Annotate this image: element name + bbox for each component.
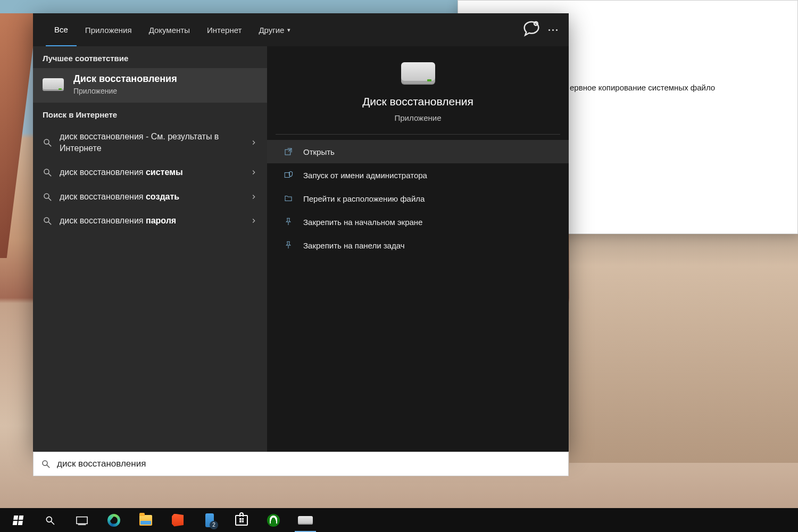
svg-point-11	[43, 461, 47, 466]
web-result-text: диск восстановления создать	[60, 191, 243, 203]
tab-label: Интернет	[207, 26, 242, 35]
best-match-heading: Лучшее соответствие	[33, 46, 267, 68]
action-pin-to-start[interactable]: Закрепить на начальном экране	[267, 210, 569, 234]
tab-label: Приложения	[85, 26, 132, 35]
action-run-as-admin[interactable]: Запуск от имени администратора	[267, 163, 569, 187]
taskbar-search-button[interactable]	[34, 508, 66, 532]
microsoft-store-icon	[235, 515, 248, 526]
task-view-icon	[76, 514, 88, 526]
chevron-right-icon	[250, 193, 257, 201]
action-open[interactable]: Открыть	[267, 140, 569, 163]
preview-pane: Диск восстановления Приложение Открыть З…	[267, 46, 569, 452]
background-window-text: ервное копирование системных файло	[570, 83, 715, 92]
preview-hero: Диск восстановления Приложение	[267, 62, 569, 134]
search-icon	[43, 192, 52, 202]
feedback-icon[interactable]	[521, 19, 542, 40]
tab-label: Документы	[149, 26, 190, 35]
windows-logo-icon	[13, 516, 24, 525]
office-icon	[172, 514, 184, 527]
task-view-button[interactable]	[66, 508, 98, 532]
your-phone-icon: 2	[205, 513, 214, 527]
action-open-file-location[interactable]: Перейти к расположению файла	[267, 187, 569, 210]
drive-icon	[401, 62, 435, 84]
web-result-text: диск восстановления - См. результаты в И…	[60, 131, 243, 154]
preview-subtitle: Приложение	[395, 113, 442, 122]
web-results-heading: Поиск в Интернете	[33, 103, 267, 124]
start-button[interactable]	[2, 508, 34, 532]
tab-web[interactable]: Интернет	[198, 13, 250, 46]
search-tabs: Все Приложения Документы Интернет Другие…	[33, 13, 569, 46]
taskbar: 2	[0, 508, 798, 532]
search-icon	[43, 168, 52, 177]
action-label: Закрепить на начальном экране	[303, 218, 422, 227]
chevron-down-icon: ▾	[287, 27, 290, 34]
edge-icon	[107, 514, 120, 527]
taskbar-app-edge[interactable]	[98, 508, 130, 532]
tab-more[interactable]: Другие ▾	[250, 13, 299, 46]
tab-all[interactable]: Все	[46, 13, 77, 46]
tab-label: Другие	[259, 26, 284, 35]
search-flyout: Все Приложения Документы Интернет Другие…	[33, 13, 569, 452]
web-result[interactable]: диск восстановления - См. результаты в И…	[33, 124, 267, 160]
taskbar-app-explorer[interactable]	[130, 508, 162, 532]
results-pane: Лучшее соответствие Диск восстановления …	[33, 46, 267, 452]
action-pin-to-taskbar[interactable]: Закрепить на панели задач	[267, 234, 569, 257]
tab-label: Все	[54, 25, 68, 34]
web-result-text: диск восстановления пароля	[60, 215, 243, 227]
chevron-right-icon	[250, 139, 257, 146]
search-icon	[43, 138, 52, 147]
taskbar-app-xbox[interactable]	[257, 508, 289, 532]
more-options-icon[interactable]	[542, 19, 563, 40]
web-result-text: диск восстановления системы	[60, 167, 243, 178]
svg-point-5	[44, 194, 49, 198]
search-box[interactable]	[33, 452, 569, 476]
web-result[interactable]: диск восстановления создать	[33, 185, 267, 209]
preview-title: Диск восстановления	[362, 95, 473, 108]
search-icon	[45, 515, 55, 526]
chevron-right-icon	[250, 169, 257, 176]
svg-point-1	[44, 139, 49, 144]
svg-line-12	[47, 465, 49, 468]
tab-apps[interactable]: Приложения	[77, 13, 140, 46]
best-match-title: Диск восстановления	[73, 73, 177, 85]
action-label: Закрепить на панели задач	[303, 241, 405, 250]
tab-documents[interactable]: Документы	[140, 13, 198, 46]
svg-point-7	[44, 218, 49, 222]
svg-line-4	[48, 173, 51, 176]
divider	[276, 134, 560, 135]
taskbar-app-store[interactable]	[226, 508, 257, 532]
svg-point-3	[44, 169, 49, 174]
taskbar-app-office[interactable]	[162, 508, 194, 532]
xbox-icon	[267, 514, 280, 527]
svg-rect-10	[285, 173, 289, 178]
pin-icon	[283, 240, 294, 251]
search-icon	[43, 216, 52, 226]
taskbar-app-recovery-drive[interactable]	[289, 508, 321, 532]
shield-icon	[283, 170, 294, 180]
chevron-right-icon	[250, 217, 257, 225]
action-label: Запуск от имени администратора	[303, 171, 427, 180]
taskbar-app-phone[interactable]: 2	[194, 508, 226, 532]
best-match-subtitle: Приложение	[73, 87, 177, 95]
drive-icon	[43, 78, 64, 91]
svg-line-2	[48, 144, 51, 146]
svg-line-14	[52, 521, 54, 524]
search-input[interactable]	[57, 459, 561, 469]
action-label: Перейти к расположению файла	[303, 194, 425, 203]
svg-line-8	[48, 222, 51, 225]
folder-icon	[283, 193, 294, 204]
web-result[interactable]: диск восстановления пароля	[33, 209, 267, 233]
action-label: Открыть	[303, 147, 335, 156]
open-icon	[283, 146, 294, 157]
pin-icon	[283, 217, 294, 227]
best-match-result[interactable]: Диск восстановления Приложение	[33, 68, 267, 103]
badge-count: 2	[210, 521, 218, 529]
svg-line-6	[48, 198, 51, 201]
web-result[interactable]: диск восстановления системы	[33, 160, 267, 185]
search-icon	[41, 459, 51, 469]
svg-rect-15	[77, 517, 87, 523]
svg-point-13	[46, 517, 52, 522]
drive-icon	[298, 516, 313, 525]
file-explorer-icon	[139, 515, 152, 526]
